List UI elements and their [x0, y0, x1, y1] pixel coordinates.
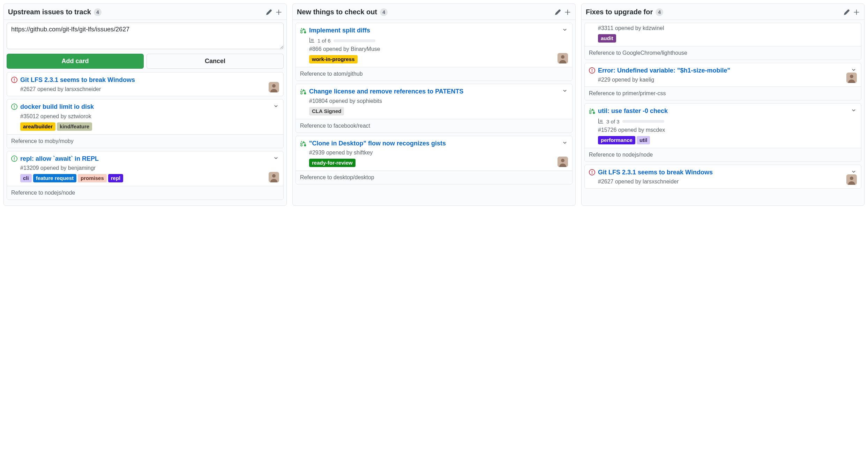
label[interactable]: CLA Signed — [309, 107, 344, 115]
avatar[interactable] — [558, 157, 568, 167]
checklist-icon — [598, 118, 604, 125]
svg-point-1 — [272, 84, 276, 88]
pull-request-open-icon — [300, 140, 306, 146]
avatar[interactable] — [269, 172, 279, 182]
progress-bar — [334, 39, 375, 42]
column-count-badge: 4 — [656, 8, 663, 16]
label[interactable]: ready-for-review — [309, 159, 356, 167]
project-card[interactable]: util: use faster -0 check3 of 3#15726 op… — [584, 103, 861, 161]
card-meta: #13209 opened by benjamingr — [20, 165, 279, 171]
card-reference: Reference to GoogleChrome/lighthouse — [585, 46, 861, 60]
checklist-icon — [309, 37, 315, 44]
svg-point-3 — [272, 174, 276, 178]
card-title[interactable]: Implement split diffs — [309, 27, 559, 35]
labels-row: work-in-progress — [309, 55, 568, 63]
card-title[interactable]: repl: allow `await` in REPL — [20, 155, 270, 163]
labels-row: clifeature requestpromisesrepl — [20, 174, 279, 182]
issue-closed-icon — [11, 77, 17, 83]
project-card[interactable]: Git LFS 2.3.1 seems to break Windows#262… — [7, 72, 284, 96]
column-title: Upstream issues to track — [8, 8, 91, 16]
label[interactable]: util — [637, 136, 650, 144]
checklist-progress: 1 of 6 — [309, 37, 568, 44]
card-reference: Reference to atom/github — [296, 67, 572, 81]
card-title[interactable]: Git LFS 2.3.1 seems to break Windows — [20, 76, 279, 84]
card-meta: #3311 opened by kdzwinel — [598, 25, 857, 31]
project-card[interactable]: Error: Undefined variable: "$h1-size-mob… — [584, 63, 861, 100]
pencil-icon[interactable] — [554, 9, 561, 16]
label[interactable]: promises — [78, 174, 107, 182]
pencil-icon[interactable] — [843, 9, 850, 16]
column-header: Upstream issues to track4 — [4, 4, 286, 20]
labels-row: area/builderkind/feature — [20, 122, 279, 131]
label[interactable]: audit — [598, 34, 616, 43]
plus-icon[interactable] — [275, 9, 282, 16]
label[interactable]: repl — [108, 174, 124, 182]
label[interactable]: area/builder — [20, 122, 55, 131]
card-meta: #2939 opened by shiftkey — [309, 150, 568, 156]
labels-row: performanceutil — [598, 136, 857, 144]
chevron-down-icon[interactable] — [273, 155, 279, 161]
card-title[interactable]: Error: Undefined variable: "$h1-size-mob… — [598, 67, 848, 75]
column-title: New things to check out — [297, 8, 377, 16]
column-body: Implement split diffs1 of 6#866 opened b… — [293, 20, 575, 205]
avatar[interactable] — [558, 53, 568, 63]
card-meta: #10804 opened by sophiebits — [309, 98, 568, 104]
card-title[interactable]: "Clone in Desktop" flow now recognizes g… — [309, 139, 559, 148]
column-body: https://github.com/git-lfs/git-lfs/issue… — [4, 20, 286, 205]
card-meta: #2627 opened by larsxschneider — [20, 86, 279, 92]
chevron-down-icon[interactable] — [562, 139, 568, 146]
issue-closed-icon — [589, 67, 595, 74]
svg-point-11 — [850, 176, 853, 180]
card-meta: #35012 opened by sztwiorok — [20, 113, 279, 120]
column-header: Fixes to upgrade for4 — [582, 4, 864, 20]
card-reference: Reference to facebook/react — [296, 119, 572, 133]
project-card[interactable]: docker build limit io disk#35012 opened … — [7, 99, 284, 148]
cancel-button[interactable]: Cancel — [147, 54, 284, 69]
card-meta: #229 opened by kaelig — [598, 77, 857, 83]
label[interactable]: performance — [598, 136, 635, 144]
card-reference: Reference to desktop/desktop — [296, 171, 572, 184]
chevron-down-icon[interactable] — [562, 27, 568, 33]
chevron-down-icon[interactable] — [851, 67, 857, 73]
label[interactable]: feature request — [33, 174, 76, 182]
column-body: #3311 opened by kdzwinelauditReference t… — [582, 20, 864, 205]
avatar[interactable] — [846, 73, 857, 83]
chevron-down-icon[interactable] — [851, 107, 857, 113]
add-card-input[interactable]: https://github.com/git-lfs/git-lfs/issue… — [7, 23, 284, 49]
project-card[interactable]: Git LFS 2.3.1 seems to break Windows#262… — [584, 165, 861, 189]
chevron-down-icon[interactable] — [562, 88, 568, 94]
add-card-form: https://github.com/git-lfs/git-lfs/issue… — [7, 23, 284, 69]
svg-point-5 — [561, 55, 564, 59]
labels-row: ready-for-review — [309, 159, 568, 167]
svg-point-9 — [850, 75, 853, 78]
project-card[interactable]: Change license and remove references to … — [295, 84, 573, 133]
chevron-down-icon[interactable] — [851, 168, 857, 175]
card-meta: #15726 opened by mscdex — [598, 127, 857, 133]
column-count-badge: 4 — [94, 8, 102, 16]
avatar[interactable] — [269, 82, 279, 92]
progress-text: 3 of 3 — [606, 119, 620, 124]
plus-icon[interactable] — [564, 9, 571, 16]
card-title[interactable]: util: use faster -0 check — [598, 107, 848, 115]
pencil-icon[interactable] — [265, 9, 272, 16]
chevron-down-icon[interactable] — [273, 103, 279, 109]
project-card[interactable]: #3311 opened by kdzwinelauditReference t… — [584, 23, 861, 60]
svg-point-7 — [561, 159, 564, 162]
project-card[interactable]: repl: allow `await` in REPL#13209 opened… — [7, 151, 284, 200]
card-reference: Reference to primer/primer-css — [585, 86, 861, 100]
project-card[interactable]: Implement split diffs1 of 6#866 opened b… — [295, 23, 573, 81]
plus-icon[interactable] — [853, 9, 860, 16]
label[interactable]: kind/feature — [57, 122, 92, 131]
label[interactable]: cli — [20, 174, 32, 182]
card-reference: Reference to nodejs/node — [585, 148, 861, 161]
avatar[interactable] — [846, 174, 857, 185]
column-count-badge: 4 — [380, 8, 388, 16]
label[interactable]: work-in-progress — [309, 55, 358, 63]
card-title[interactable]: Git LFS 2.3.1 seems to break Windows — [598, 168, 848, 176]
add-card-button[interactable]: Add card — [7, 54, 144, 69]
project-column: Fixes to upgrade for4#3311 opened by kdz… — [581, 3, 865, 206]
project-card[interactable]: "Clone in Desktop" flow now recognizes g… — [295, 136, 573, 184]
card-title[interactable]: Change license and remove references to … — [309, 88, 559, 96]
progress-bar — [622, 120, 664, 123]
card-title[interactable]: docker build limit io disk — [20, 103, 270, 111]
